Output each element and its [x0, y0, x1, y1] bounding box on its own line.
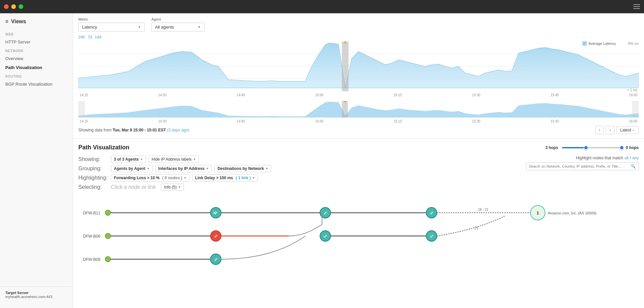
showing-prefix: Showing data from: [78, 128, 112, 132]
grouping-interfaces-arrow: ▼: [206, 167, 209, 170]
legend-box: [583, 41, 587, 45]
info-arrow: ▼: [178, 186, 181, 189]
hide-ip-chip[interactable]: Hide IP Address labels ▼: [149, 156, 199, 163]
left-controls: Showing: 3 of 3 Agents ▼ Hide IP Address…: [78, 156, 271, 191]
right-controls: Highlight nodes that match all / any 🔍: [526, 156, 639, 170]
main-chart: [78, 41, 639, 91]
grouping-agent-chip[interactable]: Agents by Agent ▼: [111, 165, 153, 172]
sidebar-item-path-visualization[interactable]: Path Visualization: [0, 63, 73, 72]
hops-slider[interactable]: [562, 147, 622, 148]
x-label-7: 16:00: [629, 93, 637, 97]
selecting-label: Selecting:: [78, 184, 108, 190]
grouping-destinations-label: Destinations by Network: [217, 166, 264, 171]
highlighting-1-label: Forwarding Loss > 10 %: [114, 176, 160, 180]
highlighting-2-count: ( 1 link ): [236, 176, 251, 180]
showing-value: 3 of 3 Agents: [114, 157, 139, 162]
highlight-separator: /: [630, 156, 631, 160]
next-button[interactable]: ›: [606, 126, 614, 134]
svg-text:⤢: ⤢: [214, 211, 217, 215]
mini-x-1: 14:30: [158, 119, 166, 123]
grouping-interfaces-label: Interfaces by IP Address: [158, 166, 204, 171]
mini-x-6: 15:45: [551, 119, 559, 123]
app-layout: ≡ Views WEB HTTP Server NETWORK Overview…: [0, 13, 644, 308]
click-node-label: Click a node or link: [111, 184, 156, 190]
x-label-3: 15:00: [315, 93, 323, 97]
minimize-button[interactable]: [11, 4, 16, 9]
agent-b08-label: DFW-B08: [83, 257, 101, 262]
grouping-row: Grouping: Agents by Agent ▼ Interfaces b…: [78, 165, 271, 172]
grouping-interfaces-chip[interactable]: Interfaces by IP Address ▼: [155, 165, 212, 172]
showing-ago: (3 days ago): [167, 128, 189, 132]
mini-x-0: 14:15: [80, 119, 88, 123]
mini-x-5: 15:30: [472, 119, 480, 123]
agent-dropdown-arrow: ▼: [198, 25, 201, 29]
menu-icon[interactable]: [633, 4, 640, 9]
agent-dropdown[interactable]: All agents ▼: [151, 23, 204, 32]
prev-button[interactable]: ‹: [595, 126, 604, 134]
search-icon: 🔍: [631, 164, 636, 169]
search-input[interactable]: [529, 164, 631, 168]
highlight-all-link[interactable]: all: [624, 156, 628, 160]
sidebar-footer: Target Server myhealth.acmehero.com:443: [0, 286, 73, 303]
logo-icon: ≡: [5, 19, 8, 25]
hops-thumb-left: [584, 145, 588, 150]
metric-value: Latency: [82, 25, 97, 30]
sidebar-item-overview[interactable]: Overview: [0, 54, 73, 63]
hops-right-label: 0 hops: [626, 145, 639, 150]
svg-text:⤢: ⤢: [430, 234, 433, 239]
x-label-6: 15:45: [551, 93, 559, 97]
x-label-0: 14:15: [80, 93, 88, 97]
highlighting-1-arrow: ▼: [184, 176, 187, 180]
highlighting-1-chip[interactable]: Forwarding Loss > 10 % ( 0 nodes ) ▼: [111, 174, 190, 182]
highlighting-row: Highlighting: Forwarding Loss > 10 % ( 0…: [78, 174, 271, 182]
b06-source-node: [105, 233, 111, 239]
close-button[interactable]: [4, 4, 9, 9]
grouping-destinations-chip[interactable]: Destinations by Network ▼: [214, 165, 271, 172]
sidebar-section-web: WEB: [0, 30, 73, 38]
metric-control: Metric Latency ▼: [78, 17, 145, 32]
svg-text:1: 1: [536, 210, 539, 215]
sidebar-item-http-server[interactable]: HTTP Server: [0, 38, 73, 46]
agent-label: Agent: [151, 17, 204, 21]
time-7d[interactable]: 7d: [88, 35, 92, 39]
main-chart-x-labels: 14:15 14:30 14:45 15:00 15:15 15:30 15:4…: [78, 93, 639, 97]
latest-button[interactable]: Latest→: [616, 126, 639, 134]
highlighting-2-chip[interactable]: Link Delay > 100 ms ( 1 link ) ▼: [192, 174, 258, 182]
chart-area: Metric Latency ▼ Agent All agents ▼ 2: [73, 13, 644, 139]
b11-dest-label: Amazon.com, Inc. (AS 16509): [548, 211, 597, 215]
grouping-agent-label: Agents by Agent: [114, 166, 145, 171]
hops-left-label: 3 hops: [545, 145, 558, 150]
b11-hop-count: 18 - 21: [478, 208, 489, 211]
x-label-5: 15:30: [472, 93, 480, 97]
mini-x-7: 16:00: [629, 119, 637, 123]
maximize-button[interactable]: [19, 4, 23, 9]
window-controls: [4, 4, 23, 9]
y-max: 455 ms: [628, 42, 639, 45]
metric-dropdown[interactable]: Latency ▼: [78, 23, 145, 32]
sidebar-item-bgp-route[interactable]: BGP Route Visualization: [0, 80, 73, 89]
svg-text:⤢: ⤢: [430, 211, 433, 215]
time-buttons: 24h 7d 14d: [78, 35, 639, 39]
time-14d[interactable]: 14d: [95, 35, 101, 39]
main-content: Metric Latency ▼ Agent All agents ▼ 2: [73, 13, 644, 308]
hide-ip-arrow: ▼: [193, 158, 196, 161]
mini-chart: [78, 101, 639, 117]
path-viz-title: Path Visualization: [78, 144, 129, 151]
highlight-any-link[interactable]: any: [632, 156, 639, 160]
info-chip[interactable]: Info (5) ▼: [161, 184, 184, 191]
legend-label: Average Latency: [589, 41, 616, 45]
hops-thumb-right: [619, 145, 624, 150]
mini-x-2: 14:45: [237, 119, 245, 123]
path-viz-header: Path Visualization 3 hops 0 hops: [78, 144, 639, 151]
agent-value: All agents: [155, 25, 174, 30]
main-chart-container: 24h 7d 14d Average Latency 455 ms: [78, 35, 639, 123]
agent-b11-label: DFW-B11: [83, 211, 101, 215]
chart-legend: Average Latency 455 ms: [583, 41, 639, 45]
showing-agents-chip[interactable]: 3 of 3 Agents ▼: [111, 156, 146, 163]
grouping-agent-arrow: ▼: [147, 167, 150, 170]
time-24h[interactable]: 24h: [78, 35, 85, 39]
highlight-row: Highlight nodes that match all / any: [576, 156, 639, 160]
target-server-value: myhealth.acmehero.com:443: [5, 295, 67, 299]
highlighting-label: Highlighting:: [78, 175, 108, 181]
svg-text:⤢: ⤢: [214, 257, 217, 262]
